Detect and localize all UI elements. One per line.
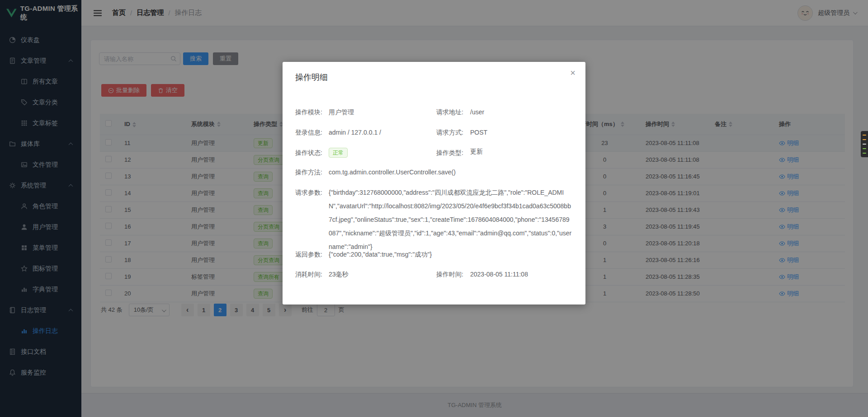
cost-time-label: 消耗时间: [295,271,329,279]
op-status-label: 操作状态: [295,148,329,158]
op-method-label: 操作方法: [295,169,329,177]
req-method-value: POST [470,129,487,137]
req-method-label: 请求方式: [436,129,470,137]
op-status-tag: 正常 [329,148,348,158]
op-method-value: com.tg.admin.controller.UserController.s… [329,169,456,176]
op-type-label: 操作类型: [436,148,470,158]
op-time-label: 操作时间: [436,271,470,279]
operation-detail-modal: 操作明细 × 操作模块: 用户管理 请求地址: /user 登录信息: admi… [283,62,585,305]
app-root: TG-ADMIN 管理系统 仪表盘 文章管理 所有文章 文章分类 [0,0,868,417]
login-info-label: 登录信息: [295,129,329,137]
req-params-value: {"birthday":312768000000,"address":"四川成都… [329,186,573,253]
op-type-value: 更新 [470,148,483,158]
modal-title: 操作明细 [295,72,328,83]
op-time-value: 2023-08-05 11:11:08 [470,271,528,279]
login-info-value: admin / 127.0.0.1 / [329,129,381,136]
cost-time-value: 23毫秒 [329,271,349,279]
req-url-value: /user [470,108,484,117]
req-params-label: 请求参数: [295,189,329,197]
req-url-label: 请求地址: [436,108,470,117]
resp-params-label: 返回参数: [295,251,329,259]
floating-widget[interactable] [861,131,868,157]
resp-params-value: {"code":200,"data":true,"msg":"成功"} [329,251,432,259]
op-module-label: 操作模块: [295,108,329,117]
op-module-value: 用户管理 [329,108,354,117]
close-icon[interactable]: × [570,68,576,77]
